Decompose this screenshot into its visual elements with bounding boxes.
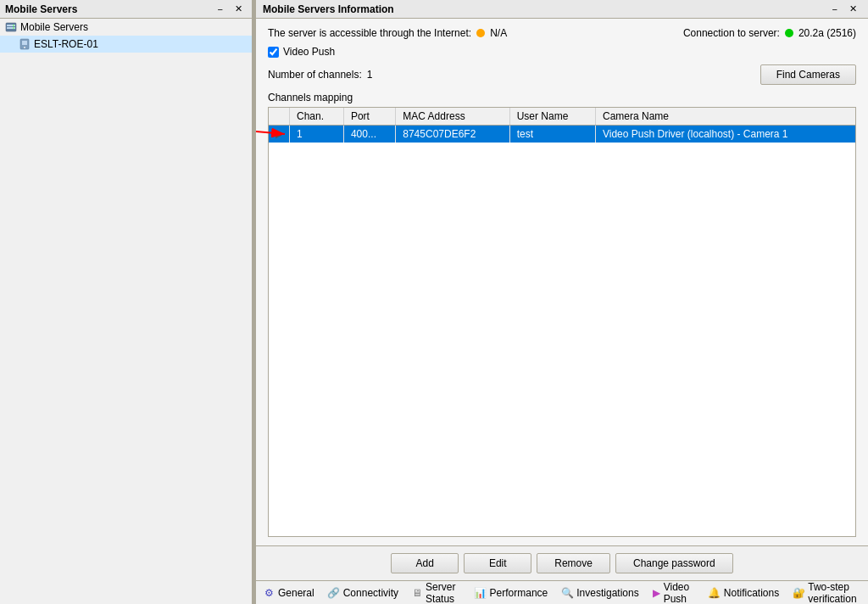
sidebar-close-button[interactable]: ✕ [231,3,247,15]
table-row[interactable]: ▶1400...8745C07DE6F2testVideo Push Drive… [269,126,855,143]
status-item-investigations[interactable]: 🔍Investigations [561,587,638,599]
col-header-username: User Name [509,108,595,126]
cell-port: 400... [343,126,395,143]
content-panel: Mobile Servers Information − ✕ The serve… [256,0,868,604]
connectivity-icon: 🔗 [328,587,340,599]
cell-mac: 8745C07DE6F2 [396,126,509,143]
status-label-two-step: Two-step verification [808,581,861,605]
cell-chan: 1 [290,126,344,143]
notifications-icon: 🔔 [709,587,721,599]
svg-point-4 [13,27,14,29]
change-password-button[interactable]: Change password [615,553,733,573]
video-push-row: Video Push [268,46,856,58]
status-item-performance[interactable]: 📊Performance [475,587,548,599]
col-header-port: Port [343,108,395,126]
sidebar-pin-button[interactable]: − [214,3,227,15]
expand-arrow-icon: ▶ [275,130,282,139]
video-push-icon: ▶ [653,587,660,599]
internet-label: The server is accessible through the Int… [268,27,471,39]
cell-username: test [509,126,595,143]
channels-count-label: Number of channels: [268,69,362,81]
investigations-icon: 🔍 [561,587,573,599]
general-icon: ⚙ [263,587,275,599]
sidebar-mobile-servers-label: Mobile Servers [20,21,88,33]
connection-status-group: Connection to server: 20.2a (2516) [683,27,856,39]
channels-count-value: 1 [367,69,373,81]
channels-table-container: Chan. Port MAC Address User Name Camera … [268,107,856,537]
svg-rect-6 [22,41,27,45]
content-close-button[interactable]: ✕ [845,3,861,15]
internet-status-group: The server is accessible through the Int… [268,27,507,39]
col-header-cameraname: Camera Name [595,108,855,126]
sidebar-item-mobile-servers[interactable]: Mobile Servers [0,19,252,36]
connection-label: Connection to server: [683,27,780,39]
status-item-two-step[interactable]: 🔐Two-step verification [793,581,861,605]
status-label-connectivity: Connectivity [343,587,398,599]
status-item-video-push[interactable]: ▶Video Push [653,581,695,605]
status-label-investigations: Investigations [576,587,638,599]
content-header: Mobile Servers Information − ✕ [256,0,868,19]
connection-version: 20.2a (2516) [798,27,856,39]
col-header-chan: Chan. [290,108,344,126]
add-button[interactable]: Add [391,553,459,573]
remove-button[interactable]: Remove [537,553,610,573]
cell-cameraname: Video Push Driver (localhost) - Camera 1 [595,126,855,143]
two-step-icon: 🔐 [793,587,804,599]
internet-status-dot [476,29,485,37]
row-expand[interactable]: ▶ [269,126,290,143]
col-header-expand [269,108,290,126]
status-item-server-status[interactable]: 🖥Server Status [412,581,461,605]
content-pin-button[interactable]: − [828,3,842,15]
edit-button[interactable]: Edit [464,553,531,573]
connection-status-dot [785,29,793,37]
status-label-notifications: Notifications [724,587,779,599]
status-label-server-status: Server Status [426,581,461,605]
sidebar-header-controls: − ✕ [214,3,247,15]
video-push-label: Video Push [283,46,335,58]
channels-mapping-label: Channels mapping [268,92,856,103]
content-body: The server is accessible through the Int… [256,19,868,545]
status-bar: ⚙General🔗Connectivity🖥Server Status📊Perf… [256,580,868,604]
table-header-row: Chan. Port MAC Address User Name Camera … [269,108,855,126]
content-title: Mobile Servers Information [263,3,394,15]
internet-connection-row: The server is accessible through the Int… [268,27,856,39]
internet-status-text: N/A [490,27,507,39]
sidebar-title: Mobile Servers [5,3,77,15]
channels-count-group: Number of channels: 1 [268,69,372,81]
channels-mapping-section: Channels mapping [268,92,856,537]
server-status-icon: 🖥 [412,587,422,599]
status-label-video-push: Video Push [664,581,695,605]
sidebar-header: Mobile Servers − ✕ [0,0,252,19]
svg-point-3 [13,25,14,26]
channels-table: Chan. Port MAC Address User Name Camera … [269,108,855,143]
sidebar-item-eslt-roe-01[interactable]: ESLT-ROE-01 [0,36,252,53]
status-item-notifications[interactable]: 🔔Notifications [709,587,779,599]
sidebar-eslt-label: ESLT-ROE-01 [34,38,98,50]
bottom-buttons: Add Edit Remove Change password [256,545,868,580]
svg-point-7 [24,47,25,48]
device-icon [19,38,31,50]
status-item-connectivity[interactable]: 🔗Connectivity [328,587,398,599]
sidebar: Mobile Servers − ✕ Mobile Servers [0,0,253,604]
status-label-performance: Performance [490,587,548,599]
status-label-general: General [278,587,314,599]
channels-count-row: Number of channels: 1 Find Cameras [268,64,856,85]
status-item-general[interactable]: ⚙General [263,587,314,599]
performance-icon: 📊 [475,587,487,599]
col-header-mac: MAC Address [396,108,509,126]
find-cameras-button[interactable]: Find Cameras [760,64,856,85]
content-header-controls: − ✕ [828,3,861,15]
server-icon [5,21,17,33]
video-push-checkbox[interactable] [268,47,279,58]
